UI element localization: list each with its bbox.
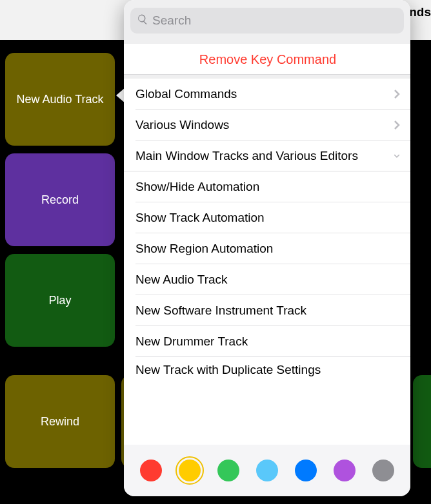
color-swatch-circle bbox=[256, 460, 278, 481]
category-list: Global Commands Various Windows Main Win… bbox=[124, 79, 410, 171]
command-label: New Audio Track bbox=[135, 273, 228, 287]
category-label: Global Commands bbox=[135, 87, 237, 101]
color-swatch-blue[interactable] bbox=[292, 456, 320, 485]
color-swatch-red[interactable] bbox=[137, 456, 165, 485]
command-label: New Track with Duplicate Settings bbox=[135, 363, 321, 377]
color-swatch-circle bbox=[140, 460, 162, 481]
search-input[interactable]: Search bbox=[130, 8, 404, 34]
command-new-drummer-track[interactable]: New Drummer Track bbox=[124, 326, 410, 357]
color-swatch-circle bbox=[179, 460, 201, 481]
command-picker-popover: Search Remove Key Command Global Command… bbox=[124, 0, 410, 496]
category-main-window-tracks[interactable]: Main Window Tracks and Various Editors bbox=[124, 141, 410, 171]
color-picker-bar bbox=[124, 445, 410, 496]
color-swatch-yellow-selected[interactable] bbox=[175, 456, 204, 485]
command-new-track-duplicate-settings[interactable]: New Track with Duplicate Settings bbox=[124, 357, 410, 383]
chevron-down-icon bbox=[394, 151, 400, 161]
command-label: Show Region Automation bbox=[135, 242, 273, 256]
color-swatch-green[interactable] bbox=[214, 456, 243, 485]
divider bbox=[124, 74, 410, 75]
pad-label: Play bbox=[48, 294, 71, 307]
category-various-windows[interactable]: Various Windows bbox=[124, 110, 410, 141]
color-swatch-purple[interactable] bbox=[330, 456, 359, 485]
pad-label: New Audio Track bbox=[16, 93, 103, 106]
command-label: New Drummer Track bbox=[135, 334, 248, 349]
color-swatch-circle bbox=[295, 460, 317, 481]
pad-right-play[interactable]: lay bbox=[413, 375, 431, 468]
remove-label: Remove Key Command bbox=[199, 52, 336, 67]
remove-key-command-row[interactable]: Remove Key Command bbox=[124, 44, 410, 75]
chevron-right-icon bbox=[394, 89, 400, 99]
category-label: Main Window Tracks and Various Editors bbox=[135, 149, 358, 163]
search-icon bbox=[137, 14, 152, 28]
color-swatch-gray[interactable] bbox=[369, 456, 397, 485]
pad-new-audio-track[interactable]: New Audio Track bbox=[5, 53, 115, 146]
command-show-track-automation[interactable]: Show Track Automation bbox=[124, 202, 410, 233]
color-swatch-sky[interactable] bbox=[253, 456, 281, 485]
command-new-audio-track[interactable]: New Audio Track bbox=[124, 264, 410, 295]
pad-label: Rewind bbox=[41, 415, 79, 429]
command-label: Show/Hide Automation bbox=[135, 180, 259, 194]
command-label: Show Track Automation bbox=[135, 211, 265, 225]
search-placeholder: Search bbox=[152, 14, 191, 28]
category-label: Various Windows bbox=[135, 118, 229, 132]
command-sublist: Show/Hide Automation Show Track Automati… bbox=[124, 171, 410, 383]
command-show-hide-automation[interactable]: Show/Hide Automation bbox=[124, 171, 410, 202]
color-swatch-circle bbox=[372, 460, 394, 481]
pad-label: Record bbox=[41, 193, 79, 207]
pad-record[interactable]: Record bbox=[5, 153, 115, 246]
category-global-commands[interactable]: Global Commands bbox=[124, 79, 410, 110]
color-swatch-circle bbox=[217, 460, 239, 481]
color-swatch-circle bbox=[334, 460, 356, 481]
pad-play[interactable]: Play bbox=[5, 254, 115, 347]
action-section: Remove Key Command bbox=[124, 44, 410, 75]
chevron-right-icon bbox=[394, 120, 400, 130]
command-show-region-automation[interactable]: Show Region Automation bbox=[124, 233, 410, 264]
command-new-software-instrument-track[interactable]: New Software Instrument Track bbox=[124, 295, 410, 326]
search-wrap: Search bbox=[124, 0, 410, 40]
pad-rewind[interactable]: Rewind bbox=[5, 375, 115, 468]
command-label: New Software Instrument Track bbox=[135, 304, 306, 318]
